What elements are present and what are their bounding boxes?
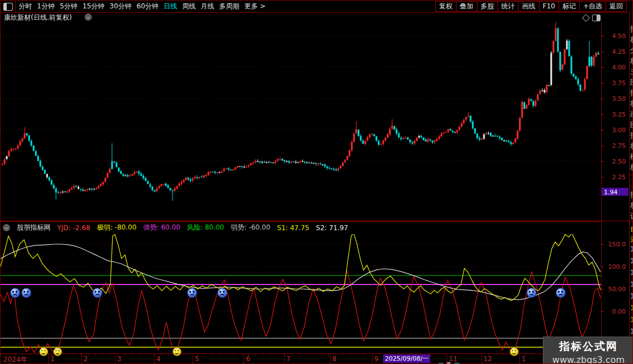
month-tick [115,354,115,364]
tab-日线[interactable]: 日线 [164,1,177,12]
chevron-down-circle-icon[interactable]: ⌄ [3,224,10,231]
rank-item[interactable]: 1 [630,328,633,335]
rank-item[interactable]: 1 [630,281,633,288]
strip-divider [630,221,633,222]
time-axis-label: 12 [483,355,492,363]
tdx-stock-app-window: 分时1分钟5分钟15分钟30分钟60分钟日线周线月线多周期更多 > 复权叠加多股… [0,0,633,364]
chevron-down-circle-icon[interactable]: ⌄ [85,13,92,21]
strip-divider [630,186,633,187]
time-axis-label: 2 [83,355,88,363]
time-axis-label: 6 [246,355,250,363]
rank-item[interactable]: 1 [630,304,633,312]
rank-item[interactable]: 1 [630,269,633,277]
watermark-title: 指标公式网 [543,339,633,354]
window-icon[interactable] [592,15,601,21]
indicator-value: 风险: 80.00 [187,223,224,232]
price-axis-label: 4.25 [602,48,626,55]
tab-60分钟[interactable]: 60分钟 [137,1,159,12]
toolbar-buttons: 复权叠加多股统计画线F10标记+自选返回 [436,1,627,12]
month-tick [154,354,155,364]
tab-多周期[interactable]: 多周期 [219,1,239,12]
sad-face-icon [527,288,537,298]
smile-face-icon [39,347,48,356]
tab-月线[interactable]: 月线 [201,1,214,12]
axis-tick [601,161,604,162]
price-axis-label: 4.50 [602,32,626,40]
month-tick [519,354,520,364]
toolbar-divider [15,1,16,12]
axis-tick [601,36,604,36]
rank-item[interactable]: 1 [630,292,633,300]
rank-item[interactable]: 1 [630,316,633,324]
axis-tick [601,130,604,130]
axis-tick [601,267,604,267]
price-axis-label: 4.00 [602,64,626,71]
month-tick [330,354,331,364]
indicator-value: 强势: 60.00 [143,223,180,232]
axis-tick [601,244,604,245]
oscillator-axis-label: 150.0 [602,241,626,248]
tab-更多 >[interactable]: 更多 > [244,1,266,12]
window-split-icon[interactable] [3,3,13,11]
oscillator-axis-label: 0.00 [602,308,626,315]
tab-5分钟[interactable]: 5分钟 [60,1,78,12]
month-tick [481,354,482,364]
time-axis-label: 5 [195,355,199,363]
axis-tick [601,67,604,68]
tab-分时[interactable]: 分时 [18,1,32,12]
oscillator-axis-label: 50.00 [602,286,626,293]
button-复权[interactable]: 复权 [435,1,457,12]
axis-tick [601,146,604,146]
sad-face-icon [92,288,103,298]
oscillator-axis-label: 100.0 [602,263,626,270]
month-tick [48,354,49,364]
rank-item[interactable]: 1 [630,245,633,253]
axis-tick [601,289,604,290]
stock-title: 康欣新材(日线.前复权) [4,13,72,22]
button-叠加[interactable]: 叠加 [456,1,477,12]
tab-15分钟[interactable]: 15分钟 [82,1,104,12]
tab-1分钟[interactable]: 1分钟 [37,1,55,12]
right-side-strip[interactable]: 指标分析主图指标副图指标模板指标设自选111111111 [629,12,633,364]
tab-zixuan[interactable]: 自选 [630,223,633,245]
axis-tick [601,311,604,312]
oscillator-chart[interactable] [1,234,601,353]
button-标记[interactable]: 标记 [558,1,580,12]
strip-divider [630,175,633,175]
indicator-name: 股朋指标网 [17,223,50,232]
clipped-glyphs: 指标设 [630,189,633,221]
axis-border [601,22,602,364]
highlighted-date-label: 2025/09/08/一 [383,354,430,363]
time-axis-label: 11 [449,355,457,363]
indicator-value: S2: 71.97 [316,224,348,232]
time-axis-label: 9 [374,355,379,363]
time-axis-label: 1 [522,355,526,363]
price-axis-label: 2.75 [602,142,626,150]
price-axis-label: 3.75 [602,80,626,87]
tab-30分钟[interactable]: 30分钟 [110,1,132,12]
clipped-glyphs: 指标分析主图指标副图指标模板 [630,24,633,172]
button-+自选[interactable]: +自选 [579,1,606,12]
month-tick [284,354,285,364]
sad-face-icon [187,288,197,298]
period-toolbar: 分时1分钟5分钟15分钟30分钟60分钟日线周线月线多周期更多 > 复权叠加多股… [1,1,633,13]
button-画线[interactable]: 画线 [518,1,539,12]
watermark: 指标公式网 www.zbgs3.com [543,337,633,364]
period-menu: 分时1分钟5分钟15分钟30分钟60分钟日线周线月线多周期更多 > [18,1,266,12]
tab-周线[interactable]: 周线 [182,1,196,12]
button-返回[interactable]: 返回 [606,1,627,12]
sad-face-icon [21,288,31,298]
button-多股[interactable]: 多股 [477,1,498,12]
indicator-header: ⌄ 股朋指标网YJD: -2.68极弱: -80.00强势: 60.00风险: … [1,221,601,234]
time-axis-label: 4 [156,355,161,363]
axis-tick [601,114,604,115]
button-统计[interactable]: 统计 [497,1,519,12]
button-F10[interactable]: F10 [539,1,559,12]
rank-item[interactable]: 1 [630,257,633,265]
candlestick-chart[interactable] [1,22,601,221]
sad-face-icon [10,288,20,298]
time-axis: 2024年123456789111212025/09/08/一 [1,354,629,364]
axis-tick [601,99,604,99]
indicator-value: S1: 47.75 [277,224,309,232]
month-tick [193,354,193,364]
